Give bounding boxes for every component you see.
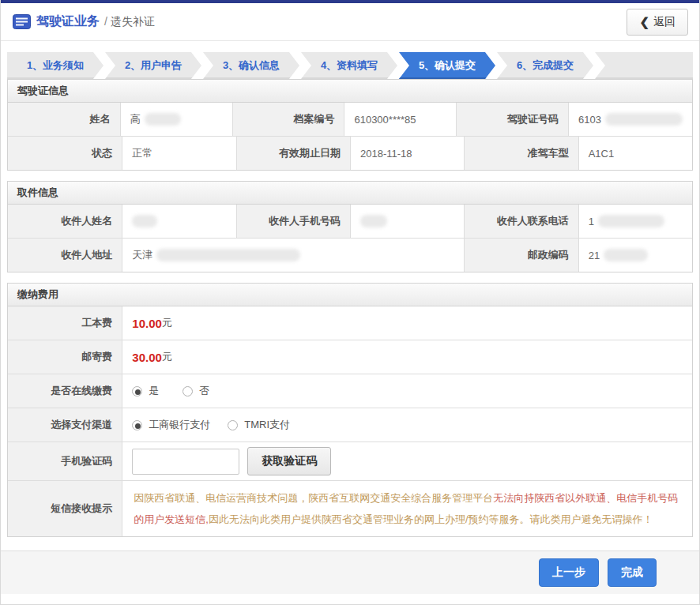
radio-label: 否	[199, 384, 209, 398]
value-text: 1	[589, 216, 594, 227]
table-row: 状态 正常 有效期止日期 2018-11-18 准驾车型 A1C1	[8, 136, 692, 170]
step-tab-3[interactable]: 3、确认信息	[203, 52, 299, 79]
field-label-production-fee: 工本费	[8, 306, 122, 340]
redacted-blur	[156, 249, 300, 261]
field-value-name: 高	[120, 103, 232, 136]
table-row: 手机验证码 获取验证码	[8, 442, 692, 480]
table-row: 短信接收提示 因陕西省联通、电信运营商技术问题，陕西省互联网交通安全综合服务管理…	[8, 480, 692, 536]
bottom-strip	[1, 594, 699, 599]
table-row: 选择支付渠道 工商银行支付 TMRI支付	[8, 408, 692, 442]
license-info-section: 驾驶证信息 姓名 高 档案编号 610300****85 驾驶证号码 6103 …	[7, 79, 693, 171]
step-tab-1[interactable]: 1、业务须知	[7, 52, 103, 79]
redacted-blur	[145, 113, 181, 126]
field-value-expiry: 2018-11-18	[350, 137, 464, 170]
fee-unit: 元	[162, 316, 172, 330]
license-form-icon	[13, 14, 31, 29]
table-row: 收件人地址 天津 邮政编码 21	[8, 238, 692, 272]
value-text: A1C1	[589, 148, 615, 160]
step-label: 5、确认提交	[419, 58, 476, 73]
finish-button[interactable]: 完成	[608, 558, 657, 587]
radio-channel-icbc[interactable]: 工商银行支付	[132, 418, 210, 432]
field-label-payment-channel: 选择支付渠道	[8, 408, 122, 442]
payment-channel-options: 工商银行支付 TMRI支付	[122, 408, 692, 442]
section-title-license: 驾驶证信息	[8, 80, 692, 103]
back-button[interactable]: ❮ 返回	[627, 9, 688, 36]
field-value-recipient-name	[122, 205, 235, 238]
prev-step-button[interactable]: 上一步	[539, 558, 599, 587]
field-value-status: 正常	[122, 137, 235, 170]
step-label: 4、资料填写	[321, 58, 378, 73]
field-label-expiry: 有效期止日期	[236, 137, 350, 170]
fee-unit: 元	[162, 350, 172, 364]
online-payment-options: 是 否	[122, 374, 692, 408]
field-value-recipient-address: 天津	[122, 239, 464, 272]
redacted-blur	[605, 113, 683, 126]
redacted-blur	[598, 215, 664, 227]
table-row: 收件人姓名 收件人手机号码 收件人联系电话 1	[8, 205, 692, 238]
field-label-mailing-fee: 邮寄费	[8, 340, 122, 374]
field-value-mailing-fee: 30.00元	[122, 340, 692, 374]
step-bar-filler	[595, 52, 693, 79]
radio-label: 是	[149, 384, 159, 398]
step-tab-2[interactable]: 2、用户申告	[105, 52, 201, 79]
field-value-vehicle-type: A1C1	[578, 137, 692, 170]
fee-amount: 30.00	[132, 351, 162, 364]
radio-label: TMRI支付	[244, 418, 290, 432]
redacted-blur	[604, 249, 648, 261]
notice-part-1: 因陕西省联通、电信运营商技术问题，陕西省互联网交通安全综合服务管理平台	[134, 492, 493, 504]
radio-online-yes[interactable]: 是	[132, 384, 159, 398]
payment-section: 缴纳费用 工本费 10.00元 邮寄费 30.00元 是否在线缴费 是 否 选择…	[7, 283, 693, 537]
value-text: 天津	[132, 248, 152, 262]
page-header: 驾驶证业务 /遗失补证 ❮ 返回	[1, 3, 699, 41]
section-title-payment: 缴纳费用	[8, 284, 692, 306]
field-value-file-no: 610300****85	[344, 103, 456, 136]
field-label-status: 状态	[8, 137, 122, 170]
table-row: 是否在线缴费 是 否	[8, 374, 692, 408]
table-row: 姓名 高 档案编号 610300****85 驾驶证号码 6103	[8, 103, 692, 136]
wizard-steps: 1、业务须知 2、用户申告 3、确认信息 4、资料填写 5、确认提交 6、完成提…	[7, 52, 693, 79]
value-text: 610300****85	[354, 114, 416, 126]
table-row: 工本费 10.00元	[8, 306, 692, 340]
field-value-license-no: 6103	[568, 103, 692, 136]
sms-notice-text: 因陕西省联通、电信运营商技术问题，陕西省互联网交通安全综合服务管理平台无法向持陕…	[122, 481, 692, 536]
value-text: 正常	[132, 146, 152, 160]
field-value-recipient-mobile	[350, 205, 464, 238]
radio-icon	[132, 386, 142, 396]
field-label-license-no: 驾驶证号码	[456, 103, 568, 136]
radio-online-no[interactable]: 否	[183, 384, 209, 398]
get-code-button[interactable]: 获取验证码	[247, 447, 331, 475]
field-value-production-fee: 10.00元	[122, 306, 692, 340]
pickup-info-section: 取件信息 收件人姓名 收件人手机号码 收件人联系电话 1 收件人地址 天津 邮政…	[7, 181, 693, 272]
page-title: 驾驶证业务	[36, 13, 100, 30]
sms-code-field: 获取验证码	[122, 442, 692, 480]
value-text: 6103	[578, 114, 601, 126]
notice-part-3: 因此无法向此类用户提供陕西省交通管理业务的网上办理/预约等服务。请此类用户避免无…	[209, 513, 653, 525]
sms-code-input[interactable]	[132, 449, 239, 475]
field-label-recipient-name: 收件人姓名	[8, 205, 122, 238]
field-label-postcode: 邮政编码	[464, 239, 578, 272]
redacted-blur	[360, 215, 387, 227]
step-tab-4[interactable]: 4、资料填写	[301, 52, 397, 79]
field-label-recipient-mobile: 收件人手机号码	[236, 205, 350, 238]
radio-channel-tmri[interactable]: TMRI支付	[228, 418, 290, 432]
radio-icon	[132, 420, 142, 430]
step-tab-6[interactable]: 6、完成提交	[497, 52, 593, 79]
field-label-recipient-address: 收件人地址	[8, 239, 122, 272]
field-label-name: 姓名	[8, 103, 120, 136]
field-label-sms-code: 手机验证码	[8, 442, 122, 480]
breadcrumb-separator: /	[104, 15, 107, 28]
value-text: 高	[130, 112, 141, 126]
radio-icon	[183, 386, 193, 396]
fee-amount: 10.00	[132, 317, 162, 330]
section-title-pickup: 取件信息	[8, 182, 692, 205]
page-subtitle: /遗失补证	[104, 15, 155, 29]
step-label: 6、完成提交	[517, 58, 574, 73]
step-tab-5[interactable]: 5、确认提交	[399, 52, 495, 79]
table-row: 邮寄费 30.00元	[8, 340, 692, 374]
redacted-blur	[132, 215, 157, 227]
value-text: 2018-11-18	[360, 148, 412, 160]
step-label: 2、用户申告	[125, 58, 182, 73]
field-label-online-payment: 是否在线缴费	[8, 374, 122, 408]
field-value-postcode: 21	[578, 239, 692, 272]
field-label-sms-notice: 短信接收提示	[8, 481, 122, 536]
